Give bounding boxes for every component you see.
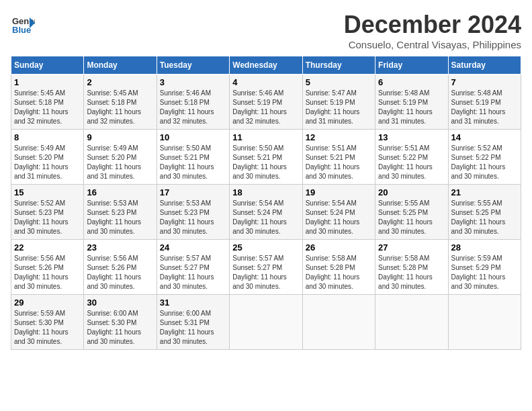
day-number: 28	[451, 242, 518, 253]
weekday-header-tuesday: Tuesday	[157, 56, 229, 75]
calendar-cell: 22Sunrise: 5:56 AM Sunset: 5:26 PM Dayli…	[11, 240, 84, 295]
day-number: 24	[160, 242, 226, 253]
calendar-cell: 14Sunrise: 5:52 AM Sunset: 5:22 PM Dayli…	[448, 130, 521, 185]
calendar-cell: 24Sunrise: 5:57 AM Sunset: 5:27 PM Dayli…	[157, 240, 229, 295]
calendar-cell: 28Sunrise: 5:59 AM Sunset: 5:29 PM Dayli…	[448, 240, 521, 295]
day-number: 2	[87, 77, 153, 87]
day-number: 31	[160, 298, 226, 308]
day-info: Sunrise: 5:46 AM Sunset: 5:19 PM Dayligh…	[232, 89, 299, 126]
day-number: 23	[87, 242, 153, 253]
logo-icon: General Blue	[11, 11, 35, 35]
calendar-cell: 25Sunrise: 5:57 AM Sunset: 5:27 PM Dayli…	[230, 240, 302, 295]
weekday-header-saturday: Saturday	[448, 56, 521, 75]
day-number: 27	[378, 242, 445, 253]
calendar-week-5: 29Sunrise: 5:59 AM Sunset: 5:30 PM Dayli…	[11, 295, 521, 350]
calendar-cell: 5Sunrise: 5:47 AM Sunset: 5:19 PM Daylig…	[302, 75, 375, 130]
weekday-header-friday: Friday	[375, 56, 448, 75]
day-info: Sunrise: 5:54 AM Sunset: 5:24 PM Dayligh…	[306, 199, 372, 236]
day-number: 25	[232, 242, 299, 253]
calendar-cell: 20Sunrise: 5:55 AM Sunset: 5:25 PM Dayli…	[375, 185, 448, 240]
day-number: 19	[306, 187, 372, 197]
calendar-table: SundayMondayTuesdayWednesdayThursdayFrid…	[11, 56, 521, 350]
calendar-cell: 11Sunrise: 5:50 AM Sunset: 5:21 PM Dayli…	[230, 130, 302, 185]
logo: General Blue	[11, 11, 35, 35]
day-info: Sunrise: 5:54 AM Sunset: 5:24 PM Dayligh…	[232, 199, 299, 236]
day-info: Sunrise: 6:00 AM Sunset: 5:30 PM Dayligh…	[87, 309, 153, 347]
day-number: 15	[14, 187, 81, 197]
day-info: Sunrise: 5:49 AM Sunset: 5:20 PM Dayligh…	[87, 144, 153, 181]
day-number: 18	[232, 187, 299, 197]
day-number: 1	[14, 77, 81, 87]
calendar-week-1: 1Sunrise: 5:45 AM Sunset: 5:18 PM Daylig…	[11, 75, 521, 130]
day-info: Sunrise: 5:56 AM Sunset: 5:26 PM Dayligh…	[87, 254, 153, 291]
page-header: General Blue December 2024 Consuelo, Cen…	[11, 11, 521, 50]
day-number: 14	[451, 132, 518, 142]
weekday-header-row: SundayMondayTuesdayWednesdayThursdayFrid…	[11, 56, 521, 75]
day-number: 13	[378, 132, 445, 142]
day-info: Sunrise: 5:50 AM Sunset: 5:21 PM Dayligh…	[160, 144, 226, 181]
day-info: Sunrise: 5:48 AM Sunset: 5:19 PM Dayligh…	[378, 89, 445, 126]
month-title: December 2024	[344, 11, 521, 39]
calendar-cell: 4Sunrise: 5:46 AM Sunset: 5:19 PM Daylig…	[230, 75, 302, 130]
day-number: 21	[451, 187, 518, 197]
weekday-header-sunday: Sunday	[11, 56, 84, 75]
calendar-cell: 9Sunrise: 5:49 AM Sunset: 5:20 PM Daylig…	[84, 130, 157, 185]
calendar-cell: 30Sunrise: 6:00 AM Sunset: 5:30 PM Dayli…	[84, 295, 157, 350]
day-number: 9	[87, 132, 153, 142]
day-info: Sunrise: 5:51 AM Sunset: 5:22 PM Dayligh…	[378, 144, 445, 181]
day-number: 11	[232, 132, 299, 142]
day-number: 12	[306, 132, 372, 142]
calendar-cell: 10Sunrise: 5:50 AM Sunset: 5:21 PM Dayli…	[157, 130, 229, 185]
weekday-header-monday: Monday	[84, 56, 157, 75]
calendar-cell: 18Sunrise: 5:54 AM Sunset: 5:24 PM Dayli…	[230, 185, 302, 240]
calendar-cell	[375, 295, 448, 350]
calendar-cell: 27Sunrise: 5:58 AM Sunset: 5:28 PM Dayli…	[375, 240, 448, 295]
day-info: Sunrise: 5:48 AM Sunset: 5:19 PM Dayligh…	[451, 89, 518, 126]
calendar-cell: 26Sunrise: 5:58 AM Sunset: 5:28 PM Dayli…	[302, 240, 375, 295]
calendar-cell: 16Sunrise: 5:53 AM Sunset: 5:23 PM Dayli…	[84, 185, 157, 240]
day-number: 7	[451, 77, 518, 87]
day-info: Sunrise: 5:55 AM Sunset: 5:25 PM Dayligh…	[451, 199, 518, 236]
day-info: Sunrise: 5:58 AM Sunset: 5:28 PM Dayligh…	[378, 254, 445, 291]
calendar-cell: 6Sunrise: 5:48 AM Sunset: 5:19 PM Daylig…	[375, 75, 448, 130]
day-info: Sunrise: 5:59 AM Sunset: 5:30 PM Dayligh…	[14, 309, 81, 347]
day-info: Sunrise: 5:45 AM Sunset: 5:18 PM Dayligh…	[87, 89, 153, 126]
weekday-header-thursday: Thursday	[302, 56, 375, 75]
calendar-cell	[230, 295, 302, 350]
calendar-cell: 31Sunrise: 6:00 AM Sunset: 5:31 PM Dayli…	[157, 295, 229, 350]
day-info: Sunrise: 5:59 AM Sunset: 5:29 PM Dayligh…	[451, 254, 518, 291]
day-number: 3	[160, 77, 226, 87]
calendar-cell: 8Sunrise: 5:49 AM Sunset: 5:20 PM Daylig…	[11, 130, 84, 185]
location-title: Consuelo, Central Visayas, Philippines	[344, 39, 521, 50]
day-info: Sunrise: 5:52 AM Sunset: 5:23 PM Dayligh…	[14, 199, 81, 236]
day-number: 5	[306, 77, 372, 87]
day-number: 4	[232, 77, 299, 87]
calendar-cell: 1Sunrise: 5:45 AM Sunset: 5:18 PM Daylig…	[11, 75, 84, 130]
calendar-cell: 12Sunrise: 5:51 AM Sunset: 5:21 PM Dayli…	[302, 130, 375, 185]
day-info: Sunrise: 5:52 AM Sunset: 5:22 PM Dayligh…	[451, 144, 518, 181]
calendar-week-2: 8Sunrise: 5:49 AM Sunset: 5:20 PM Daylig…	[11, 130, 521, 185]
calendar-cell	[302, 295, 375, 350]
calendar-cell: 29Sunrise: 5:59 AM Sunset: 5:30 PM Dayli…	[11, 295, 84, 350]
calendar-cell: 19Sunrise: 5:54 AM Sunset: 5:24 PM Dayli…	[302, 185, 375, 240]
day-number: 10	[160, 132, 226, 142]
day-info: Sunrise: 5:55 AM Sunset: 5:25 PM Dayligh…	[378, 199, 445, 236]
calendar-cell: 3Sunrise: 5:46 AM Sunset: 5:18 PM Daylig…	[157, 75, 229, 130]
day-number: 6	[378, 77, 445, 87]
day-number: 8	[14, 132, 81, 142]
day-number: 16	[87, 187, 153, 197]
day-number: 22	[14, 242, 81, 253]
day-info: Sunrise: 6:00 AM Sunset: 5:31 PM Dayligh…	[160, 309, 226, 347]
day-info: Sunrise: 5:53 AM Sunset: 5:23 PM Dayligh…	[160, 199, 226, 236]
day-info: Sunrise: 5:45 AM Sunset: 5:18 PM Dayligh…	[14, 89, 81, 126]
svg-text:Blue: Blue	[12, 25, 31, 35]
calendar-cell: 17Sunrise: 5:53 AM Sunset: 5:23 PM Dayli…	[157, 185, 229, 240]
day-info: Sunrise: 5:57 AM Sunset: 5:27 PM Dayligh…	[160, 254, 226, 291]
day-info: Sunrise: 5:46 AM Sunset: 5:18 PM Dayligh…	[160, 89, 226, 126]
calendar-cell: 23Sunrise: 5:56 AM Sunset: 5:26 PM Dayli…	[84, 240, 157, 295]
calendar-week-4: 22Sunrise: 5:56 AM Sunset: 5:26 PM Dayli…	[11, 240, 521, 295]
calendar-cell: 21Sunrise: 5:55 AM Sunset: 5:25 PM Dayli…	[448, 185, 521, 240]
day-info: Sunrise: 5:47 AM Sunset: 5:19 PM Dayligh…	[306, 89, 372, 126]
title-area: December 2024 Consuelo, Central Visayas,…	[344, 11, 521, 50]
day-info: Sunrise: 5:58 AM Sunset: 5:28 PM Dayligh…	[306, 254, 372, 291]
